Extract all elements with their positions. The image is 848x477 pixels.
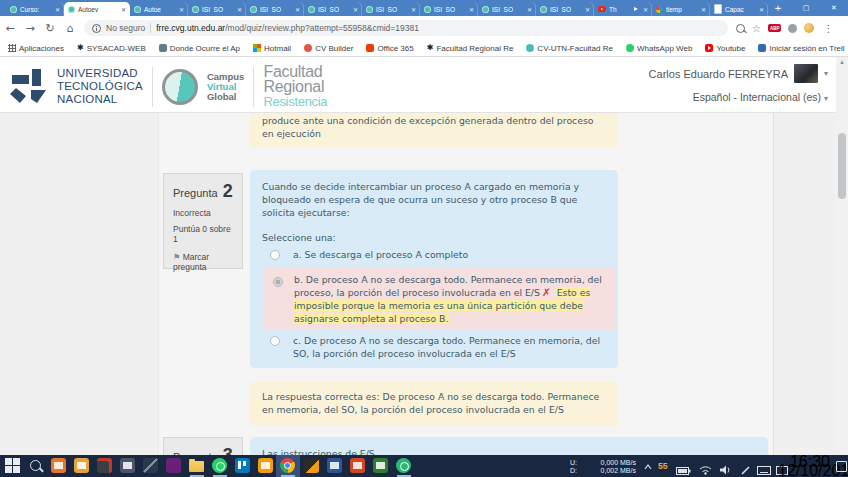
taskbar-photoshop-icon[interactable]: [304, 458, 320, 474]
taskbar-store-icon[interactable]: [74, 458, 90, 474]
scrollbar[interactable]: ▴: [836, 57, 848, 455]
feedback-text: produce ante una condición de excepción …: [262, 115, 593, 139]
taskbar-search-icon[interactable]: [28, 458, 44, 474]
network-speed-monitor[interactable]: U:0,000 MB/s D:0,002 MB/s: [570, 455, 636, 477]
incorrect-cross-icon: ✗: [540, 286, 553, 298]
pen-icon[interactable]: [741, 461, 751, 477]
campus-favicon: [424, 6, 431, 13]
tab-close-icon[interactable]: ✕: [701, 6, 706, 13]
scrollbar-thumb[interactable]: [838, 133, 846, 199]
radio-a[interactable]: [270, 250, 280, 260]
tab-close-icon[interactable]: ✕: [585, 6, 590, 13]
close-button[interactable]: ✕: [820, 0, 848, 16]
extension-icon[interactable]: [788, 24, 797, 33]
tab-google-tiempo[interactable]: tiemp✕: [652, 2, 710, 16]
bookmark-star-icon[interactable]: ☆: [752, 23, 761, 34]
tab-close-icon[interactable]: ✕: [55, 6, 60, 13]
chevron-down-icon: ▾: [824, 69, 828, 78]
page-content: produce ante una condición de excepción …: [0, 112, 848, 455]
taskbar-powerpoint-icon[interactable]: [350, 458, 366, 474]
taskbar-dev-tool-icon[interactable]: [143, 458, 159, 474]
scroll-up-icon[interactable]: ▴: [836, 57, 848, 67]
tab-close-icon[interactable]: ✕: [179, 6, 184, 13]
adblock-extension-icon[interactable]: ABP: [768, 24, 782, 32]
keyboard-icon[interactable]: [757, 461, 771, 477]
bookmarks-bar: Aplicaciones ✱SYSACAD-WEB Donde Ocurre e…: [0, 40, 848, 57]
taskbar-system-app-icon[interactable]: [97, 458, 113, 474]
tab-close-icon[interactable]: ✕: [527, 6, 532, 13]
taskbar-clock[interactable]: 16:30 12/10/2018: [778, 457, 830, 475]
taskbar-project-icon[interactable]: [373, 458, 389, 474]
tab-autoevaluacion[interactable]: Autoe✕: [130, 2, 188, 16]
bookmark-donde-ocurre[interactable]: Donde Ocurre el Ap: [159, 44, 240, 53]
minimize-button[interactable]: —: [764, 0, 792, 16]
taskbar-utility-app-icon[interactable]: [258, 458, 274, 474]
tab-isi-so[interactable]: ISI_SO✕: [304, 2, 362, 16]
battery-icon[interactable]: [676, 461, 691, 477]
tab-close-icon[interactable]: ✕: [411, 6, 416, 13]
bookmark-aplicaciones[interactable]: Aplicaciones: [8, 44, 64, 53]
taskbar-trello-icon[interactable]: [235, 458, 251, 474]
tab-isi-so[interactable]: ISI_SO✕: [362, 2, 420, 16]
tab-youtube[interactable]: Th✕: [594, 2, 652, 16]
tab-close-icon[interactable]: ✕: [295, 6, 300, 13]
radio-b-selected[interactable]: [273, 277, 283, 287]
bookmark-facultad-regional[interactable]: ✱Facultad Regional Re: [427, 44, 514, 53]
bookmark-youtube[interactable]: Youtube: [705, 44, 745, 53]
language-selector[interactable]: Español - Internacional (es) ▾: [693, 91, 828, 103]
taskbar-chrome-icon[interactable]: [280, 458, 296, 474]
tab-isi-so[interactable]: ISI_SO✕: [246, 2, 304, 16]
taskbar-whatsapp-icon[interactable]: [212, 458, 228, 474]
bookmark-office365[interactable]: Office 365: [366, 44, 413, 53]
reload-icon[interactable]: ↻: [40, 22, 60, 35]
tab-autoevaluacion-active[interactable]: Autoev✕: [64, 2, 130, 16]
tab-close-icon[interactable]: ✕: [643, 6, 648, 13]
tab-capacitacion[interactable]: Capac✕: [710, 2, 768, 16]
taskbar-file-explorer-icon[interactable]: [189, 458, 205, 474]
taskbar-word-icon[interactable]: [327, 458, 343, 474]
taskbar-remote-desktop-icon[interactable]: [120, 458, 136, 474]
tab-close-icon[interactable]: ✕: [237, 6, 242, 13]
user-menu[interactable]: Carlos Eduardo FERREYRA ▾: [649, 64, 828, 83]
answer-option-a[interactable]: a. Se descarga el proceso A completo: [262, 248, 606, 261]
forward-icon[interactable]: →: [20, 22, 40, 35]
tab-close-icon[interactable]: ✕: [353, 6, 358, 13]
flag-question-link[interactable]: ⚑Marcar pregunta: [173, 252, 227, 272]
tab-isi-so[interactable]: ISI_SO✕: [536, 2, 594, 16]
bookmark-trello[interactable]: Iniciar sesión en Trell: [758, 44, 844, 53]
tab-audio-icon[interactable]: [634, 7, 640, 11]
navbar-right-icons: ☆ ABP ⋮: [736, 23, 839, 34]
bookmark-whatsapp-web[interactable]: WhatsApp Web: [626, 44, 692, 53]
cpu-temp-badge[interactable]: 55: [658, 461, 667, 471]
tray-expand-icon[interactable]: [644, 463, 652, 471]
answer-option-c[interactable]: c. De proceso A no se descarga todo. Per…: [262, 334, 606, 360]
bookmark-hotmail[interactable]: Hotmail: [253, 44, 291, 53]
tab-curso[interactable]: Curso:✕: [6, 2, 64, 16]
user-name: Carlos Eduardo FERREYRA: [649, 68, 788, 80]
bookmark-sysacad[interactable]: ✱SYSACAD-WEB: [77, 44, 146, 53]
wifi-icon[interactable]: [699, 461, 712, 477]
maximize-button[interactable]: ▢: [792, 0, 820, 16]
taskbar-messenger-icon[interactable]: [396, 458, 412, 474]
site-info-icon[interactable]: [92, 24, 101, 33]
tab-isi-so[interactable]: ISI_SO✕: [420, 2, 478, 16]
taskbar-media-app-icon[interactable]: [51, 458, 67, 474]
tab-close-icon[interactable]: ✕: [469, 6, 474, 13]
zoom-icon[interactable]: [736, 24, 745, 33]
home-icon[interactable]: ⌂: [60, 22, 80, 35]
taskbar-visual-studio-icon[interactable]: [166, 458, 182, 474]
taskbar-start-button[interactable]: [5, 458, 21, 474]
address-bar[interactable]: No seguro frre.cvg.utn.edu.ar/mod/quiz/r…: [84, 20, 728, 36]
tab-close-icon[interactable]: ✕: [121, 6, 126, 13]
tab-isi-so[interactable]: ISI_SO✕: [188, 2, 246, 16]
action-center-icon[interactable]: [836, 461, 847, 472]
bookmark-cv-builder[interactable]: CV Builder: [304, 44, 353, 53]
back-icon[interactable]: ←: [0, 22, 20, 35]
answer-option-b-incorrect[interactable]: b. De proceso A no se descarga todo. Per…: [264, 267, 616, 330]
speaker-icon[interactable]: [720, 461, 732, 477]
radio-c[interactable]: [270, 336, 280, 346]
tab-isi-so[interactable]: ISI_SO✕: [478, 2, 536, 16]
browser-menu-icon[interactable]: ⋮: [821, 23, 839, 34]
bookmark-cv-utn[interactable]: CV-UTN-Facultad Re: [526, 44, 613, 53]
profile-avatar[interactable]: [804, 23, 814, 33]
